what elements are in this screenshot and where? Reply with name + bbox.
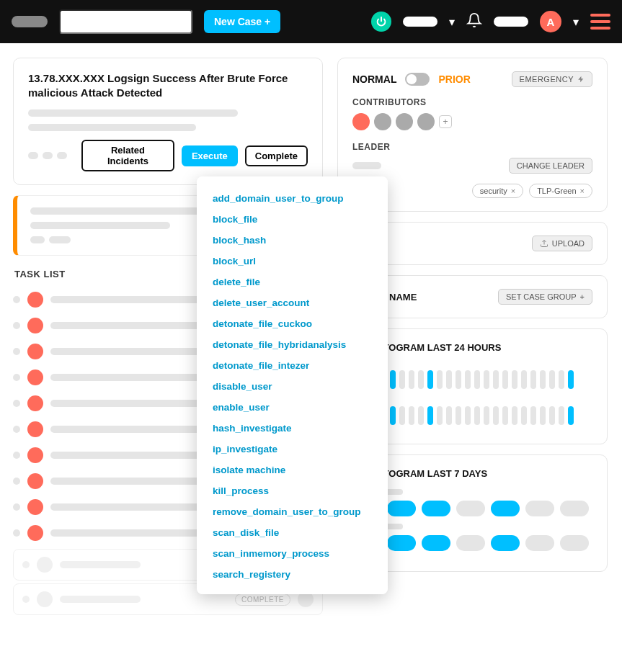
dropdown-item-hash-investigate[interactable]: hash_investigate [203, 418, 382, 439]
skeleton-line [352, 162, 381, 169]
skeleton-line [28, 109, 238, 117]
histogram-bar [559, 370, 564, 389]
histogram-bar [568, 370, 574, 389]
histogram-bar [418, 370, 424, 389]
chevron-down-icon[interactable]: ▾ [573, 15, 579, 29]
histogram-bar [474, 406, 480, 425]
tag-security[interactable]: security× [472, 184, 523, 198]
dropdown-item-add-domain-user-to-group[interactable]: add_domain_user_to_group [203, 188, 382, 209]
histogram-bar [399, 370, 405, 389]
histogram-pill [560, 501, 589, 516]
histogram-bar [530, 406, 536, 425]
status-dot [57, 152, 67, 159]
histogram-24h-title: NT HISTOGRAM LAST 24 HOURS [352, 342, 592, 353]
dropdown-item-detonate-file-intezer[interactable]: detonate_file_intezer [203, 355, 382, 376]
upload-icon [540, 239, 548, 248]
priority-toggle[interactable] [405, 73, 430, 86]
dropdown-item-isolate-machine[interactable]: isolate machine [203, 460, 382, 480]
upload-label: UPLOAD [552, 239, 585, 248]
task-dot [13, 374, 20, 381]
dropdown-item-block-url[interactable]: block_url [203, 251, 382, 272]
tag-tlp-green[interactable]: TLP-Green× [529, 184, 592, 198]
histogram-pill [387, 535, 416, 551]
histogram-pill [456, 501, 485, 516]
dropdown-item-remove-domain-user-to-group[interactable]: remove_domain_user_to_group [203, 501, 382, 522]
set-case-group-button[interactable]: SET CASE GROUP + [498, 289, 592, 305]
histogram-bar [484, 406, 489, 425]
task-dot [13, 503, 20, 511]
task-status-dot [27, 447, 43, 463]
tag-label: TLP-Green [537, 187, 576, 195]
task-dot [13, 348, 20, 355]
task-status-dot [27, 318, 43, 333]
execute-action-dropdown[interactable]: add_domain_user_to_groupblock_fileblock_… [197, 176, 388, 594]
plus-icon: + [580, 292, 585, 301]
histogram-pill [491, 501, 520, 516]
dropdown-item-delete-file[interactable]: delete_file [203, 272, 382, 292]
execute-button[interactable]: Execute [182, 145, 238, 166]
power-icon[interactable] [371, 12, 391, 32]
emergency-button[interactable]: EMERGENCY [512, 71, 592, 87]
leader-label: LEADER [352, 142, 592, 152]
skeleton-line [30, 222, 170, 229]
dropdown-item-enable-user[interactable]: enable_user [203, 397, 382, 418]
chevron-down-icon[interactable]: ▾ [449, 15, 455, 29]
dropdown-item-search-registery[interactable]: search_registery [203, 564, 382, 585]
tag-remove-icon[interactable]: × [511, 187, 515, 195]
add-contributor-button[interactable]: + [439, 115, 452, 128]
logo-placeholder [12, 16, 48, 27]
histogram-7d-title: NT HISTOGRAM LAST 7 DAYS [352, 468, 592, 479]
change-leader-button[interactable]: CHANGE LEADER [509, 158, 592, 174]
task-status-dot [27, 395, 43, 411]
dropdown-item-block-file[interactable]: block_file [203, 209, 382, 230]
histogram-bar [474, 370, 480, 389]
histogram-bar [427, 406, 433, 425]
menu-icon[interactable] [590, 14, 610, 30]
avatar[interactable]: A [540, 11, 561, 32]
search-input[interactable] [59, 9, 192, 34]
related-incidents-button[interactable]: Related Incidents [81, 140, 174, 171]
contributor-avatar[interactable] [396, 113, 413, 130]
dropdown-item-scan-disk-file[interactable]: scan_disk_file [203, 522, 382, 543]
histogram-bar [559, 406, 564, 425]
bolt-icon [577, 75, 585, 84]
histogram-bar [418, 406, 424, 425]
new-case-button[interactable]: New Case + [204, 10, 280, 33]
complete-button[interactable]: Complete [245, 145, 308, 166]
task-status-dot [27, 525, 43, 541]
task-status-dot [37, 591, 53, 607]
dropdown-item-block-hash[interactable]: block_hash [203, 230, 382, 251]
bell-icon[interactable] [466, 12, 482, 32]
dropdown-item-scan-inmemory-process[interactable]: scan_inmemory_process [203, 543, 382, 564]
contributor-avatar[interactable] [352, 113, 370, 130]
contributors-row: + [352, 113, 592, 130]
dropdown-item-delete-user-account[interactable]: delete_user_account [203, 292, 382, 313]
histogram-bar [465, 370, 471, 389]
histogram-bar [530, 370, 536, 389]
histogram-bar [456, 406, 461, 425]
histogram-bar [493, 406, 499, 425]
histogram-bar [465, 406, 471, 425]
histogram-bar [399, 406, 405, 425]
histogram-pill [491, 535, 520, 551]
upload-button[interactable]: UPLOAD [532, 236, 592, 251]
dropdown-item-ip-investigate[interactable]: ip_investigate [203, 439, 382, 460]
status-pill [403, 17, 437, 27]
emergency-label: EMERGENCY [520, 75, 574, 84]
dropdown-item-detonate-file-cuckoo[interactable]: detonate_file_cuckoo [203, 313, 382, 334]
dropdown-item-disable-user[interactable]: disable_user [203, 376, 382, 397]
task-status-dot [27, 292, 43, 308]
task-status-dot [37, 557, 53, 573]
dropdown-item-detonate-file-hybridanalysis[interactable]: detonate_file_hybridanalysis [203, 334, 382, 355]
skeleton-line [28, 124, 196, 131]
status-dot [43, 152, 53, 159]
histogram-bar [437, 370, 443, 389]
contributor-avatar[interactable] [374, 113, 391, 130]
tag-remove-icon[interactable]: × [580, 187, 585, 195]
tags-row: security×TLP-Green× [472, 184, 592, 198]
histogram-pill [422, 535, 450, 551]
histogram-bar [427, 370, 433, 389]
histogram-bar [390, 406, 396, 425]
contributor-avatar[interactable] [417, 113, 435, 130]
dropdown-item-kill-process[interactable]: kill_process [203, 480, 382, 501]
